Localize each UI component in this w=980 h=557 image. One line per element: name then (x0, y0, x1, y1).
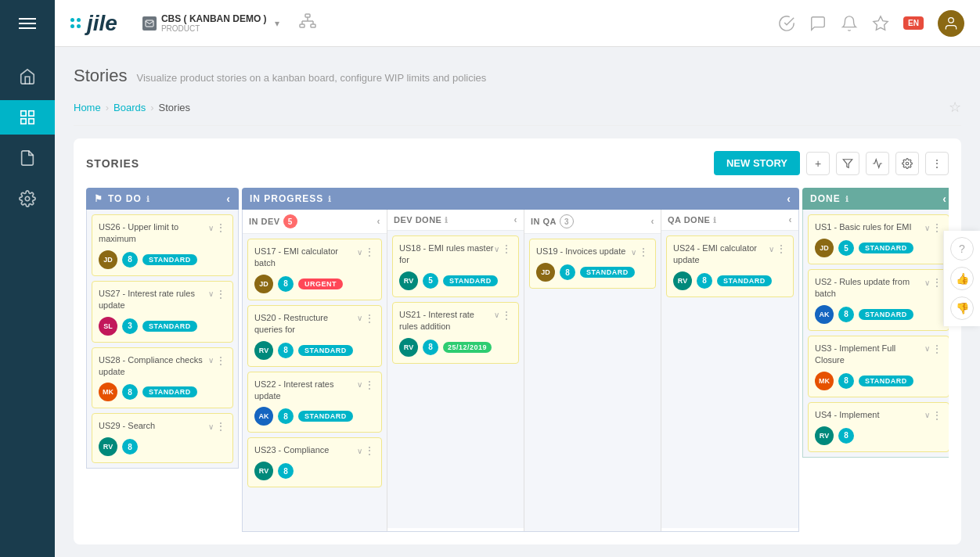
card-us2-actions: ∨ ⋮ (924, 276, 942, 289)
in-qa-label: IN QA (531, 217, 557, 226)
card-us26[interactable]: US26 - Upper limit to maximum ∨ ⋮ JD (92, 214, 233, 276)
card-us3-menu-icon[interactable]: ⋮ (931, 343, 942, 355)
card-us26-chevron-icon[interactable]: ∨ (208, 224, 214, 232)
card-us23-menu-icon[interactable]: ⋮ (364, 444, 375, 457)
more-options-button[interactable]: ⋮ (925, 152, 949, 175)
card-us29[interactable]: US29 - Search ∨ ⋮ RV 8 (92, 413, 233, 463)
card-us21-avatar-img: RV (399, 338, 418, 357)
avatar[interactable] (938, 10, 964, 37)
card-us23[interactable]: US23 - Compliance ∨ ⋮ RV (247, 437, 382, 487)
card-us3[interactable]: US3 - Implement Full Closure ∨ ⋮ MK (808, 336, 949, 397)
card-us23-avatar-img: RV (254, 462, 273, 480)
card-us4-chevron-icon[interactable]: ∨ (924, 411, 930, 419)
card-us21-header: US21 - Interest rate rules addition ∨ ⋮ (399, 309, 512, 333)
in-dev-column: IN DEV 5 ‹ US17 - EMI calculator batch (243, 210, 387, 531)
inprogress-collapse-button[interactable]: ‹ (787, 192, 791, 205)
card-us28[interactable]: US28 - Compliance checks update ∨ ⋮ MK (92, 347, 233, 409)
card-us20-menu-icon[interactable]: ⋮ (364, 312, 375, 325)
card-us1-menu-icon[interactable]: ⋮ (931, 221, 942, 234)
hamburger-menu[interactable] (19, 18, 36, 29)
card-us20[interactable]: US20 - Restructure queries for ∨ ⋮ (247, 305, 382, 367)
card-us21-chevron-icon[interactable]: ∨ (494, 311, 499, 319)
sidebar-item-settings[interactable] (0, 181, 55, 216)
card-us19-chevron-icon[interactable]: ∨ (631, 248, 636, 257)
card-us20-chevron-icon[interactable]: ∨ (357, 314, 362, 322)
card-us24-tag: STANDARD (717, 275, 772, 286)
card-us17-menu-icon[interactable]: ⋮ (364, 246, 375, 258)
qa-done-header: QA DONE ℹ ‹ (661, 210, 798, 231)
card-us18[interactable]: US18 - EMI rules master for ∨ ⋮ R (392, 235, 519, 297)
todo-collapse-button[interactable]: ‹ (226, 192, 231, 205)
card-us26-menu-icon[interactable]: ⋮ (215, 221, 226, 234)
card-us28-chevron-icon[interactable]: ∨ (208, 356, 214, 365)
card-us22[interactable]: US22 - Interest rates update ∨ ⋮ (247, 372, 382, 433)
dislike-button[interactable]: 👎 (950, 296, 974, 320)
card-us2-chevron-icon[interactable]: ∨ (924, 278, 930, 287)
card-us18-menu-icon[interactable]: ⋮ (501, 243, 512, 255)
card-us19-menu-icon[interactable]: ⋮ (638, 246, 649, 258)
card-us1[interactable]: US1 - Basic rules for EMI ∨ ⋮ JD (808, 214, 949, 264)
card-us27-tag: STANDARD (142, 321, 197, 332)
like-button[interactable]: 👍 (950, 267, 974, 290)
card-us21[interactable]: US21 - Interest rate rules addition ∨ ⋮ (392, 302, 519, 364)
in-qa-cards: US19 - Invoices update ∨ ⋮ JD (524, 234, 661, 531)
header-project[interactable]: CBS ( KANBAN DEMO ) PRODUCT ▾ (136, 10, 286, 36)
card-us18-chevron-icon[interactable]: ∨ (494, 245, 499, 253)
new-story-button[interactable]: NEW STORY (714, 151, 800, 175)
card-us29-menu-icon[interactable]: ⋮ (215, 420, 226, 433)
card-us29-chevron-icon[interactable]: ∨ (208, 422, 214, 431)
card-us4[interactable]: US4 - Implement ∨ ⋮ RV 8 (808, 402, 949, 452)
done-collapse-button[interactable]: ‹ (942, 192, 947, 205)
card-us24[interactable]: US24 - EMI calculator update ∨ ⋮ (666, 235, 794, 297)
card-us23-avatar: RV (254, 462, 273, 480)
breadcrumb-boards[interactable]: Boards (113, 102, 146, 113)
star-icon[interactable] (872, 15, 889, 32)
card-us27-menu-icon[interactable]: ⋮ (215, 288, 226, 300)
card-us24-menu-icon[interactable]: ⋮ (776, 243, 787, 255)
card-us27[interactable]: US27 - Interest rate rules update ∨ ⋮ SL (92, 281, 233, 343)
favorite-star-icon[interactable]: ☆ (949, 99, 961, 116)
card-us3-avatar: MK (815, 372, 834, 390)
settings-button[interactable] (895, 152, 919, 175)
bell-icon[interactable] (841, 15, 858, 32)
filter-button[interactable] (836, 152, 859, 175)
sidebar-item-documents[interactable] (0, 141, 55, 175)
card-us1-footer: JD 5 STANDARD (815, 239, 942, 257)
card-us21-menu-icon[interactable]: ⋮ (501, 309, 512, 322)
in-dev-collapse-button[interactable]: ‹ (377, 216, 381, 227)
chat-icon[interactable] (809, 15, 827, 32)
card-us2-menu-icon[interactable]: ⋮ (931, 276, 942, 289)
dev-done-collapse-button[interactable]: ‹ (514, 214, 518, 225)
done-label: DONE (810, 193, 841, 204)
card-us28-menu-icon[interactable]: ⋮ (215, 354, 226, 367)
card-us4-menu-icon[interactable]: ⋮ (931, 409, 942, 422)
qa-done-collapse-button[interactable]: ‹ (789, 214, 793, 225)
chart-button[interactable] (866, 152, 889, 175)
breadcrumb-home[interactable]: Home (74, 102, 101, 113)
card-us4-footer: RV 8 (815, 426, 942, 445)
qa-done-label: QA DONE (668, 215, 710, 225)
help-button[interactable]: ? (950, 237, 974, 261)
card-us17-chevron-icon[interactable]: ∨ (357, 248, 362, 257)
in-qa-collapse-button[interactable]: ‹ (651, 216, 655, 227)
sidebar-item-home[interactable] (0, 59, 55, 94)
card-us19[interactable]: US19 - Invoices update ∨ ⋮ JD (529, 239, 656, 289)
sidebar-item-boards[interactable] (0, 100, 55, 135)
inprogress-label: IN PROGRESS (250, 193, 323, 204)
language-badge[interactable]: EN (903, 16, 924, 30)
card-us17[interactable]: US17 - EMI calculator batch ∨ ⋮ J (247, 239, 382, 300)
card-us22-points: 8 (278, 408, 294, 424)
card-us22-chevron-icon[interactable]: ∨ (357, 380, 362, 389)
add-column-button[interactable]: + (806, 152, 830, 175)
card-us27-actions: ∨ ⋮ (208, 288, 226, 300)
card-us22-menu-icon[interactable]: ⋮ (364, 379, 375, 391)
card-us24-chevron-icon[interactable]: ∨ (769, 245, 774, 253)
header-org-chart[interactable] (298, 13, 317, 34)
card-us23-chevron-icon[interactable]: ∨ (357, 447, 362, 455)
card-us27-chevron-icon[interactable]: ∨ (208, 289, 214, 298)
card-us3-chevron-icon[interactable]: ∨ (924, 344, 930, 353)
card-us1-chevron-icon[interactable]: ∨ (924, 224, 930, 232)
check-icon[interactable] (778, 15, 795, 32)
card-us2[interactable]: US2 - Rules update from batch ∨ ⋮ AK (808, 269, 949, 331)
project-icon (142, 16, 157, 31)
